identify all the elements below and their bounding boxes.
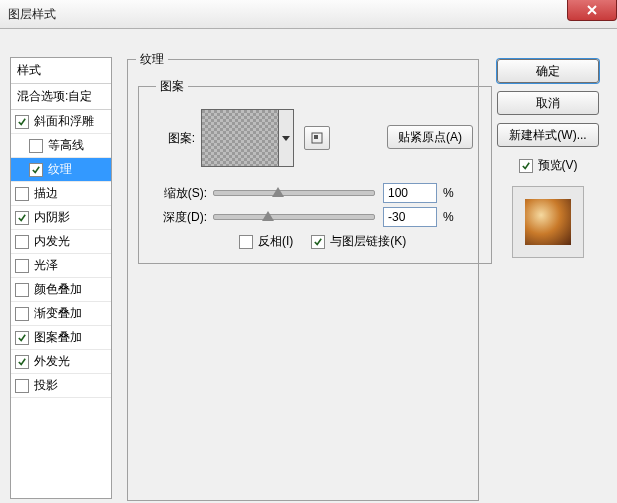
blend-options-row[interactable]: 混合选项:自定 bbox=[11, 84, 111, 110]
checkbox-icon bbox=[15, 355, 29, 369]
style-item-label: 纹理 bbox=[48, 161, 72, 178]
style-item-label: 内阴影 bbox=[34, 209, 70, 226]
style-item-5[interactable]: 内发光 bbox=[11, 230, 111, 254]
create-pattern-button[interactable] bbox=[304, 126, 330, 150]
checkbox-icon bbox=[311, 235, 325, 249]
window-title: 图层样式 bbox=[8, 6, 56, 23]
depth-input[interactable]: -30 bbox=[383, 207, 437, 227]
pattern-dropdown[interactable] bbox=[279, 109, 294, 167]
scale-input[interactable]: 100 bbox=[383, 183, 437, 203]
checkbox-icon bbox=[15, 235, 29, 249]
depth-slider[interactable] bbox=[213, 214, 375, 220]
checkbox-icon bbox=[29, 163, 43, 177]
checkbox-icon bbox=[15, 307, 29, 321]
depth-unit: % bbox=[443, 210, 454, 224]
checkbox-icon bbox=[15, 331, 29, 345]
preview-image bbox=[525, 199, 571, 245]
style-list-header[interactable]: 样式 bbox=[11, 58, 111, 84]
style-list: 样式 混合选项:自定 斜面和浮雕等高线纹理描边内阴影内发光光泽颜色叠加渐变叠加图… bbox=[10, 57, 112, 499]
style-item-label: 投影 bbox=[34, 377, 58, 394]
checkbox-icon bbox=[15, 187, 29, 201]
style-item-3[interactable]: 描边 bbox=[11, 182, 111, 206]
scale-unit: % bbox=[443, 186, 454, 200]
ok-button[interactable]: 确定 bbox=[497, 59, 599, 83]
checkbox-icon bbox=[29, 139, 43, 153]
style-item-label: 图案叠加 bbox=[34, 329, 82, 346]
cancel-button[interactable]: 取消 bbox=[497, 91, 599, 115]
checkbox-icon bbox=[15, 115, 29, 129]
checkbox-icon bbox=[519, 159, 533, 173]
scale-label: 缩放(S): bbox=[151, 185, 207, 202]
svg-rect-1 bbox=[314, 135, 318, 139]
style-item-label: 渐变叠加 bbox=[34, 305, 82, 322]
style-item-7[interactable]: 颜色叠加 bbox=[11, 278, 111, 302]
pattern-row: 图案: bbox=[151, 109, 330, 167]
checkbox-icon bbox=[15, 283, 29, 297]
title-bar: 图层样式 bbox=[0, 0, 617, 29]
style-item-11[interactable]: 投影 bbox=[11, 374, 111, 398]
checkbox-icon bbox=[15, 211, 29, 225]
pattern-label: 图案: bbox=[151, 130, 195, 147]
style-item-6[interactable]: 光泽 bbox=[11, 254, 111, 278]
options-row: 反相(I) 与图层链接(K) bbox=[239, 233, 406, 250]
close-button[interactable] bbox=[567, 0, 617, 21]
style-item-label: 斜面和浮雕 bbox=[34, 113, 94, 130]
scale-thumb[interactable] bbox=[272, 187, 284, 197]
close-icon bbox=[586, 4, 598, 16]
pattern-group: 图案 图案: 贴紧原点(A) 缩放(S): 100 % 深度(D): bbox=[138, 78, 492, 264]
link-layer-checkbox[interactable]: 与图层链接(K) bbox=[311, 233, 406, 250]
pattern-group-title: 图案 bbox=[156, 78, 188, 95]
style-item-10[interactable]: 外发光 bbox=[11, 350, 111, 374]
style-item-8[interactable]: 渐变叠加 bbox=[11, 302, 111, 326]
right-column: 确定 取消 新建样式(W)... 预览(V) bbox=[493, 59, 603, 258]
dialog-body: 样式 混合选项:自定 斜面和浮雕等高线纹理描边内阴影内发光光泽颜色叠加渐变叠加图… bbox=[0, 29, 617, 503]
scale-row: 缩放(S): 100 % bbox=[151, 183, 454, 203]
style-item-4[interactable]: 内阴影 bbox=[11, 206, 111, 230]
texture-panel: 纹理 图案 图案: 贴紧原点(A) 缩放(S): 100 % 深 bbox=[127, 51, 479, 501]
new-style-button[interactable]: 新建样式(W)... bbox=[497, 123, 599, 147]
checkbox-icon bbox=[239, 235, 253, 249]
style-item-label: 颜色叠加 bbox=[34, 281, 82, 298]
style-item-label: 描边 bbox=[34, 185, 58, 202]
checkbox-icon bbox=[15, 259, 29, 273]
style-item-label: 等高线 bbox=[48, 137, 84, 154]
new-preset-icon bbox=[310, 131, 324, 145]
scale-slider[interactable] bbox=[213, 190, 375, 196]
invert-checkbox[interactable]: 反相(I) bbox=[239, 233, 293, 250]
style-item-2[interactable]: 纹理 bbox=[11, 158, 111, 182]
style-item-0[interactable]: 斜面和浮雕 bbox=[11, 110, 111, 134]
depth-row: 深度(D): -30 % bbox=[151, 207, 454, 227]
preview-box bbox=[512, 186, 584, 258]
style-item-label: 光泽 bbox=[34, 257, 58, 274]
depth-label: 深度(D): bbox=[151, 209, 207, 226]
texture-panel-title: 纹理 bbox=[136, 51, 168, 68]
style-item-1[interactable]: 等高线 bbox=[11, 134, 111, 158]
snap-origin-button[interactable]: 贴紧原点(A) bbox=[387, 125, 473, 149]
style-item-label: 内发光 bbox=[34, 233, 70, 250]
pattern-thumbnail[interactable] bbox=[201, 109, 279, 167]
style-item-label: 外发光 bbox=[34, 353, 70, 370]
style-item-9[interactable]: 图案叠加 bbox=[11, 326, 111, 350]
preview-checkbox[interactable]: 预览(V) bbox=[519, 157, 578, 174]
checkbox-icon bbox=[15, 379, 29, 393]
depth-thumb[interactable] bbox=[262, 211, 274, 221]
